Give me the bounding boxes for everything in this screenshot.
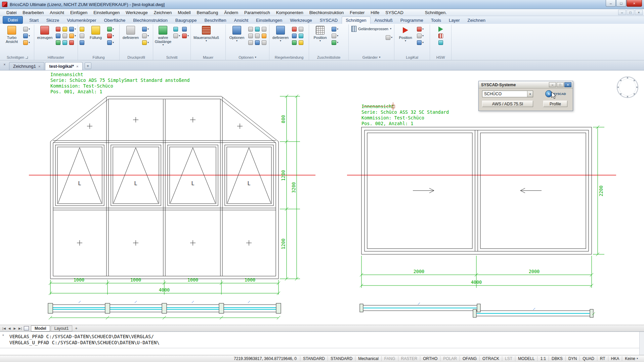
hilfsraster-tool-button[interactable]: [62, 27, 68, 32]
menu-datei[interactable]: Datei: [3, 10, 19, 15]
menu-syscad[interactable]: SYSCAD: [382, 10, 406, 15]
schnitt-tool-button[interactable]: [182, 27, 189, 32]
window-label[interactable]: L: [134, 180, 137, 187]
ribbon-tab-tools[interactable]: Tools: [427, 17, 445, 24]
toggle-dyn[interactable]: DYN: [565, 356, 579, 361]
toggle-otrack[interactable]: OTRACK: [479, 356, 502, 361]
fuellung-tool-button[interactable]: ▾: [107, 40, 114, 45]
optionen-tool-button[interactable]: [255, 33, 260, 39]
riegel-tool-button[interactable]: [292, 27, 297, 32]
window-label[interactable]: L: [191, 180, 194, 187]
dim-text[interactable]: 800: [281, 115, 286, 123]
menu-parametrisch[interactable]: Parametrisch: [241, 10, 273, 15]
hsw-tool-button[interactable]: [438, 27, 443, 32]
optionen-tool-button[interactable]: [248, 40, 253, 45]
dim-text[interactable]: 4000: [471, 279, 482, 285]
logikal-position-button[interactable]: Position ▾: [396, 25, 415, 42]
dim-text[interactable]: 3200: [291, 182, 296, 193]
zuschnitt-position-button[interactable]: Position ▾: [310, 25, 330, 42]
dim-text[interactable]: 1000: [245, 277, 256, 282]
status-workspace[interactable]: Mechanical: [355, 356, 381, 361]
druckprofil-tool-button[interactable]: ▾: [142, 33, 149, 39]
hilfsraster-tool-button[interactable]: [55, 40, 61, 45]
ribbon-tab-einstellungen[interactable]: Einstellungen: [252, 17, 286, 24]
hilfsraster-tool-button[interactable]: [55, 27, 61, 32]
logikal-tool-button[interactable]: ▾: [417, 33, 424, 39]
profile-button[interactable]: Profile: [543, 101, 567, 107]
schnitt-tool-button[interactable]: [173, 27, 180, 32]
turbo-ansicht-button[interactable]: Turbo Ansicht: [2, 25, 22, 44]
hilfsraster-tool-button[interactable]: [69, 40, 76, 45]
ribbon-tab-anschluss[interactable]: Anschluß: [371, 17, 396, 24]
coordinates-readout[interactable]: 7219.35963817, 3604.87719646, 0: [230, 356, 300, 361]
pos2-dimension-lines[interactable]: [360, 125, 604, 288]
toggle-polar[interactable]: POLAR: [440, 356, 460, 361]
menu-werkzeuge[interactable]: Werkzeuge: [123, 10, 151, 15]
ribbon-tab-blechkonstruktion[interactable]: Blechkonstruktion: [129, 17, 171, 24]
pos1-annotation[interactable]: Innenansicht Serie: Schüco ADS 75 Simply…: [50, 72, 190, 94]
annotation-text[interactable]: Kommission: Test-Schüco: [50, 83, 113, 89]
dialog-minimize-button[interactable]: –: [549, 82, 556, 87]
ribbon-tab-syscad[interactable]: SYSCAD: [316, 17, 341, 24]
optionen-tool-button[interactable]: [248, 27, 253, 32]
annotation-text[interactable]: Pos. 001, Anzahl: 1: [50, 89, 102, 94]
ribbon-tab-zeichnen[interactable]: Zeichnen: [464, 17, 489, 24]
menu-schnittgen[interactable]: Schnittgen.: [422, 10, 450, 15]
annotation-text[interactable]: Innenansicht: [50, 72, 83, 77]
ribbon-tab-skizze[interactable]: Skizze: [43, 17, 63, 24]
druckprofil-tool-button[interactable]: ▾: [142, 27, 149, 32]
doc-tab-test-logikal[interactable]: test-logikal* ×: [45, 62, 82, 70]
schnittgen-option-button[interactable]: ▾: [23, 33, 30, 39]
annotation-text[interactable]: Serie: Schüco ASS 32 SC Standard: [361, 109, 449, 115]
menu-hilfe[interactable]: Hilfe: [368, 10, 382, 15]
dim-text[interactable]: 1000: [74, 277, 85, 282]
optionen-tool-button[interactable]: [248, 33, 253, 39]
dim-text[interactable]: 2200: [598, 186, 604, 197]
annotation-text[interactable]: Pos. 002, Anzahl: 1: [361, 121, 413, 126]
toggle-dbks[interactable]: DBKS: [549, 356, 565, 361]
zuschnitt-tool-button[interactable]: ▾: [331, 27, 339, 32]
menu-bemassung[interactable]: Bemaßung: [194, 10, 221, 15]
menu-einfuegen[interactable]: Einfügen: [67, 10, 90, 15]
window-label[interactable]: L: [78, 180, 81, 187]
zuschnitt-tool-button[interactable]: ▾: [331, 40, 339, 45]
close-tab-icon[interactable]: ×: [76, 64, 78, 68]
menu-zeichnen[interactable]: Zeichnen: [151, 10, 175, 15]
gelaender-tool-button[interactable]: ▾: [385, 35, 393, 40]
dialog-restore-button[interactable]: □: [557, 82, 564, 87]
mdi-close-button[interactable]: ×: [635, 10, 643, 15]
doc-tab-zeichnung1[interactable]: Zeichnung1 ×: [9, 62, 44, 70]
dim-text[interactable]: 1000: [187, 277, 199, 282]
toggle-lst[interactable]: LST: [502, 356, 515, 361]
hilfsraster-tool-button[interactable]: [62, 40, 68, 45]
toggle-ortho[interactable]: ORTHO: [420, 356, 440, 361]
ribbon-tab-werkzeuge[interactable]: Werkzeuge: [286, 17, 316, 24]
optionen-tool-button[interactable]: [255, 27, 260, 32]
optionen-tool-button[interactable]: [255, 40, 260, 45]
mdi-minimize-button[interactable]: –: [618, 10, 626, 15]
menu-ansicht[interactable]: Ansicht: [47, 10, 67, 15]
ribbon-tab-start[interactable]: Start: [26, 17, 42, 24]
ribbon-tab-baugruppe[interactable]: Baugruppe: [172, 17, 201, 24]
dialog-titlebar[interactable]: SYSCAD-Systeme – □ ×: [479, 81, 573, 89]
erzeugen-button[interactable]: erzeugen: [36, 25, 54, 40]
annotation-text[interactable]: Serie: Schüco ADS 75 SimplySmart Standar…: [50, 77, 190, 83]
toggle-hka[interactable]: HKA: [608, 356, 622, 361]
dim-text[interactable]: 2000: [414, 269, 425, 274]
schnitt-tool-button[interactable]: ▾: [173, 33, 180, 39]
dim-text[interactable]: 1000: [130, 277, 141, 282]
schnittgen-option-button[interactable]: ▾: [23, 27, 30, 32]
panel-close-icon[interactable]: ×: [2, 62, 7, 67]
riegel-tool-button[interactable]: [298, 27, 304, 32]
pos1-plan-section[interactable]: [48, 301, 281, 319]
annotation-text[interactable]: Kommission: Test-Schüco: [361, 115, 424, 120]
druckprofil-tool-button[interactable]: ▾: [142, 40, 149, 45]
riegel-tool-button[interactable]: [292, 40, 297, 45]
chevron-down-icon[interactable]: ▾: [527, 91, 533, 97]
druckprofil-definieren-button[interactable]: definieren: [121, 25, 140, 40]
logikal-tool-button[interactable]: ▾: [417, 27, 424, 32]
toggle-rt[interactable]: RT: [597, 356, 608, 361]
first-sheet-button[interactable]: |◀: [1, 327, 7, 330]
tab-layout1[interactable]: Layout1: [51, 325, 73, 331]
optionen-button[interactable]: Optionen ▾: [227, 25, 247, 42]
